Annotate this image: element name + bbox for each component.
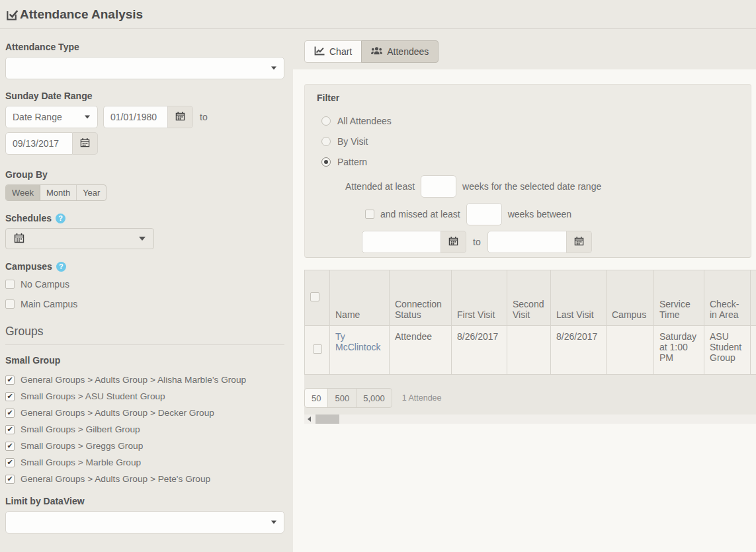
page-size-500-button[interactable]: 500 [327,388,357,408]
attendee-name-link[interactable]: Ty McClintock [335,331,380,352]
page-title: Attendance Analysis [5,7,143,22]
group-item: General Groups > Adults Group > Decker G… [5,405,284,421]
group-checkbox[interactable] [5,392,15,401]
attended-weeks-input[interactable] [421,175,456,198]
campus-option-row: No Campus [5,274,284,294]
by-visit-label: By Visit [337,136,368,147]
end-date-calendar-button[interactable] [73,132,98,155]
caret-down-icon [271,67,276,70]
filter-option-row: By Visit [321,131,751,151]
schedules-label: Schedules [5,213,284,223]
column-header-clipped [751,270,756,326]
group-checkbox[interactable] [5,375,15,385]
caret-down-icon [85,116,90,119]
missed-start-calendar-button[interactable] [441,231,466,253]
cell-campus [607,326,654,375]
group-category-label: Small Group [5,355,284,366]
main-campus-checkbox[interactable] [5,299,15,309]
column-header-service-time[interactable]: Service Time [654,270,704,326]
column-header-name[interactable]: Name [330,270,390,326]
group-item-label: General Groups > Adults Group > Pete's G… [21,474,210,484]
group-item: Small Groups > Marble Group [5,454,284,471]
column-header-checkin-area[interactable]: Check-in Area [704,270,751,326]
date-range-to-label: to [200,112,208,122]
users-icon [371,46,382,58]
no-campus-label: No Campus [21,279,69,290]
attendees-grid-area: Name Connection Status First Visit Secon… [304,270,756,552]
calendar-icon [80,138,90,149]
tab-chart[interactable]: Chart [304,40,362,63]
column-header-first-visit[interactable]: First Visit [452,270,507,326]
horizontal-scrollbar[interactable] [304,414,756,424]
column-header-connection-status[interactable]: Connection Status [390,270,452,326]
table-header-row: Name Connection Status First Visit Secon… [305,270,756,326]
by-visit-radio[interactable] [321,137,331,146]
select-all-checkbox[interactable] [310,292,319,301]
group-item: Small Groups > Greggs Group [5,438,284,454]
pattern-radio[interactable] [321,157,331,167]
group-item: General Groups > Adults Group > Pete's G… [5,471,284,487]
group-by-week-button[interactable]: Week [6,185,40,200]
line-chart-icon [314,46,325,58]
group-item-label: Small Groups > ASU Student Group [21,391,165,401]
scrollbar-thumb[interactable] [315,414,339,424]
filter-option-row: Pattern [321,151,751,172]
all-attendees-label: All Attendees [337,116,392,126]
group-checkbox[interactable] [5,409,15,418]
missed-start-date-input[interactable] [362,231,441,253]
sunday-date-range-label: Sunday Date Range [5,91,284,101]
limit-by-dataview-select[interactable] [5,511,284,533]
cell-connection-status: Attendee [390,326,452,375]
filter-option-row: All Attendees [321,110,751,131]
tab-attendees-label: Attendees [387,46,429,57]
schedules-label-text: Schedules [5,213,52,223]
table-row[interactable]: Ty McClintock Attendee 8/26/2017 8/26/20… [305,326,756,375]
column-header-campus[interactable]: Campus [607,270,654,326]
limit-by-dataview-label: Limit by DataView [5,496,284,506]
group-by-label: Group By [5,169,284,180]
campus-option-row: Main Campus [5,294,284,314]
group-item-label: Small Groups > Greggs Group [21,441,143,451]
row-select-checkbox[interactable] [313,344,322,354]
missed-checkbox[interactable] [365,210,374,219]
date-range-preset-select[interactable]: Date Range [5,106,98,128]
group-checkbox[interactable] [5,425,15,434]
calendar-icon [14,233,24,245]
groups-divider [5,344,284,345]
scroll-left-arrow-icon[interactable] [304,414,314,424]
attendance-type-label: Attendance Type [5,42,284,52]
all-attendees-radio[interactable] [321,116,331,126]
column-header-last-visit[interactable]: Last Visit [551,270,607,326]
group-checkbox[interactable] [5,475,15,484]
column-header-second-visit[interactable]: Second Visit [507,270,551,326]
schedules-picker[interactable] [5,228,154,249]
missed-end-date-input[interactable] [487,231,567,253]
schedules-help-icon[interactable] [56,214,65,223]
group-checkbox[interactable] [5,458,15,467]
group-by-year-button[interactable]: Year [77,185,106,200]
group-checkbox[interactable] [5,442,15,451]
missed-end-calendar-button[interactable] [567,231,592,253]
no-campus-checkbox[interactable] [5,280,15,289]
campuses-help-icon[interactable] [56,262,66,272]
group-by-segmented-control: Week Month Year [5,184,106,201]
group-item: Small Groups > Gilbert Group [5,421,284,438]
tab-attendees[interactable]: Attendees [361,40,439,63]
page-header: Attendance Analysis [0,0,756,29]
start-date-calendar-button[interactable] [168,106,193,128]
pager: 50 500 5,000 1 Attendee [304,375,756,414]
page-size-5000-button[interactable]: 5,000 [356,388,392,408]
end-date-input[interactable] [5,132,73,155]
group-item-label: General Groups > Adults Group > Decker G… [21,408,214,418]
attendance-type-select[interactable] [5,57,284,79]
page-size-50-button[interactable]: 50 [304,388,328,408]
attended-suffix-label: weeks for the selected date range [462,181,601,192]
cell-second-visit [507,326,551,375]
main-content: Chart Attendees Filter All Attendees By … [293,29,756,552]
missed-weeks-input[interactable] [466,203,502,225]
groups-heading: Groups [5,325,284,338]
cell-first-visit: 8/26/2017 [452,326,507,375]
start-date-input[interactable] [103,106,168,128]
attended-prefix-label: Attended at least [345,181,415,192]
group-by-month-button[interactable]: Month [40,185,77,200]
